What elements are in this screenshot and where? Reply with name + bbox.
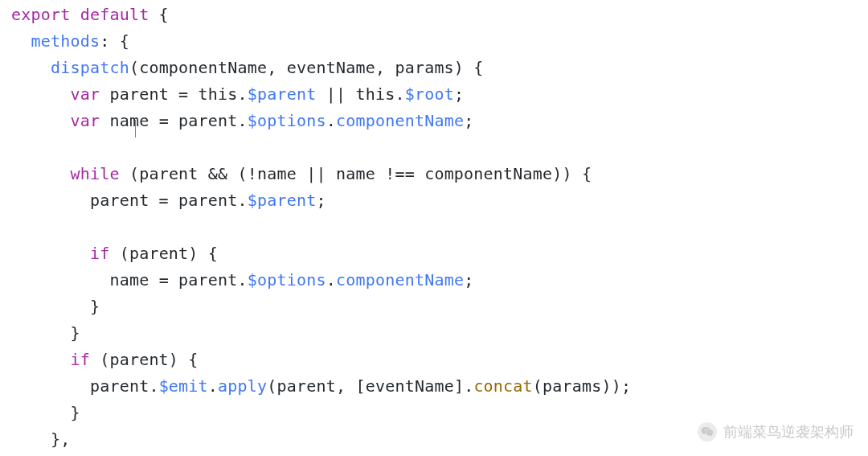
token-id: methods [31, 31, 100, 51]
token-pun: . [326, 270, 336, 290]
token-dol: $parent [248, 191, 317, 210]
code-line: } [11, 323, 80, 343]
token-pun: ; [316, 191, 326, 210]
token-pun: ; [454, 84, 464, 104]
token-prop: componentName [336, 270, 464, 290]
watermark-text: 前端菜鸟逆袭架构师 [723, 422, 854, 442]
token-pun: (parent) { [90, 350, 199, 369]
token-pun: } [70, 323, 80, 343]
token-pun: || [317, 84, 356, 104]
token-con: concat [473, 376, 532, 396]
token-pun: parent = parent. [90, 191, 248, 210]
code-block: export default { methods: { dispatch(com… [0, 0, 868, 453]
watermark: 前端菜鸟逆袭架构师 [698, 422, 854, 442]
token-pun: (componentName, eventName, params) { [129, 58, 484, 77]
token-pun: } [70, 403, 80, 422]
token-th: this [199, 84, 238, 104]
token-dol: $options [248, 270, 326, 290]
token-id: dispatch [51, 58, 129, 77]
code-line: name = parent.$options.componentName; [11, 270, 473, 290]
token-kw: export default [11, 5, 149, 24]
token-pun: parent = [100, 84, 198, 104]
token-dol: $parent [248, 84, 317, 104]
token-pun: (parent) { [109, 244, 218, 263]
code-line: export default { [11, 5, 169, 24]
token-prop: componentName [336, 111, 464, 130]
token-id: apply [218, 376, 267, 396]
token-pun: . [208, 376, 218, 396]
token-pun: . [395, 84, 404, 104]
token-pun: (params)); [533, 376, 631, 396]
token-pun: } [90, 297, 100, 316]
token-pun: . [326, 111, 336, 130]
token-pun: parent. [90, 376, 159, 396]
code-line: } [11, 297, 100, 316]
code-line: parent.$emit.apply(parent, [eventName].c… [11, 376, 631, 396]
token-dol: $root [405, 84, 454, 104]
token-th: this [355, 84, 395, 104]
token-pun: ; [464, 111, 473, 130]
token-dol: $emit [159, 376, 208, 396]
code-line: methods: { [11, 31, 129, 51]
code-line: var parent = this.$parent || this.$root; [11, 84, 464, 104]
code-line: dispatch(componentName, eventName, param… [11, 58, 484, 77]
token-pun: name = parent. [100, 111, 248, 130]
token-pun: }, [51, 429, 70, 449]
code-line: while (parent && (!name || name !== comp… [11, 164, 592, 183]
token-pun: : { [100, 31, 129, 51]
code-line: parent = parent.$parent; [11, 191, 326, 210]
token-kw: if [90, 244, 109, 263]
token-pun: (parent && (!name || name !== componentN… [120, 164, 592, 183]
code-line: } [11, 403, 80, 422]
token-pun: ; [464, 270, 473, 290]
token-pun: . [238, 84, 248, 104]
text-cursor [135, 120, 136, 138]
code-line: if (parent) { [11, 244, 218, 263]
wechat-icon [698, 422, 717, 442]
token-pun: name = parent. [109, 270, 247, 290]
token-kw: if [70, 350, 89, 369]
token-kw: while [70, 164, 119, 183]
token-kw: var [70, 111, 100, 130]
token-dol: $options [248, 111, 326, 130]
token-pun: (parent, [eventName]. [267, 376, 473, 396]
token-kw: var [70, 84, 100, 104]
token-pun: { [149, 5, 168, 24]
code-line: if (parent) { [11, 350, 199, 369]
code-line: var name = parent.$options.componentName… [11, 111, 473, 130]
code-line: }, [11, 429, 70, 449]
